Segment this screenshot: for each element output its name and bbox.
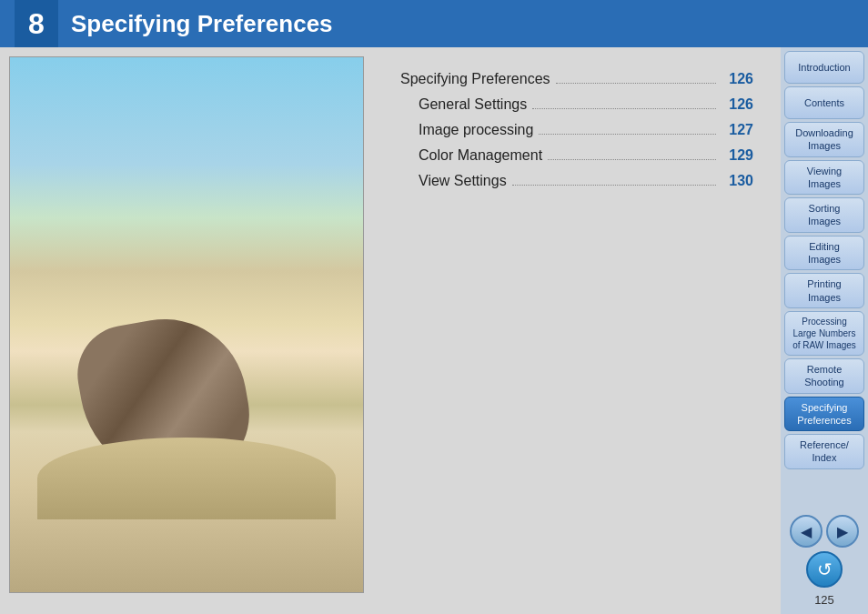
sidebar-btn-introduction[interactable]: Introduction bbox=[784, 51, 864, 84]
toc-page-2: 127 bbox=[729, 122, 753, 138]
toc-row-3: Color Management 129 bbox=[400, 142, 753, 167]
sidebar-btn-downloading-images[interactable]: DownloadingImages bbox=[784, 122, 864, 157]
sidebar-bottom: ◀ ▶ ↺ 125 bbox=[790, 511, 859, 610]
chapter-image bbox=[9, 56, 364, 593]
content-area: Specifying Preferences 126 General Setti… bbox=[0, 47, 781, 614]
sidebar-btn-viewing-images[interactable]: ViewingImages bbox=[784, 160, 864, 196]
toc-page-1: 126 bbox=[729, 96, 753, 113]
desert-photo bbox=[10, 57, 363, 592]
toc-title-4: View Settings bbox=[419, 173, 507, 189]
toc-dots-1 bbox=[532, 95, 716, 109]
next-button[interactable]: ▶ bbox=[826, 515, 859, 548]
sidebar-btn-remote-shooting[interactable]: RemoteShooting bbox=[784, 358, 864, 394]
main-layout: Specifying Preferences 126 General Setti… bbox=[0, 47, 868, 614]
home-button[interactable]: ↺ bbox=[806, 551, 843, 588]
sidebar-btn-contents[interactable]: Contents bbox=[784, 86, 864, 119]
chapter-number: 8 bbox=[15, 0, 58, 47]
toc-dots-3 bbox=[548, 146, 716, 160]
page-number: 125 bbox=[814, 593, 834, 607]
toc-title-3: Color Management bbox=[419, 147, 542, 164]
toc-page-3: 129 bbox=[729, 147, 753, 164]
toc-dots-0 bbox=[556, 69, 717, 84]
page-header: 8 Specifying Preferences bbox=[0, 0, 868, 47]
sidebar-btn-printing-images[interactable]: PrintingImages bbox=[784, 273, 864, 308]
toc-title-2: Image processing bbox=[419, 122, 533, 138]
sidebar-btn-editing-images[interactable]: EditingImages bbox=[784, 236, 864, 271]
sidebar-btn-reference-index[interactable]: Reference/Index bbox=[784, 434, 864, 469]
chapter-title: Specifying Preferences bbox=[71, 10, 333, 38]
toc-page-4: 130 bbox=[729, 173, 753, 189]
toc-row-1: General Settings 126 bbox=[400, 91, 753, 116]
toc-dots-2 bbox=[539, 120, 716, 135]
sidebar-btn-specifying-preferences[interactable]: SpecifyingPreferences bbox=[784, 397, 864, 432]
sidebar: Introduction Contents DownloadingImages … bbox=[781, 47, 868, 614]
prev-button[interactable]: ◀ bbox=[790, 515, 823, 548]
toc-list: Specifying Preferences 126 General Setti… bbox=[400, 65, 753, 193]
toc-row-2: Image processing 127 bbox=[400, 116, 753, 142]
toc-dots-4 bbox=[512, 171, 717, 186]
toc-title-1: General Settings bbox=[419, 96, 527, 113]
toc-page-0: 126 bbox=[729, 71, 753, 87]
toc-row-0: Specifying Preferences 126 bbox=[400, 65, 753, 91]
sidebar-btn-sorting-images[interactable]: SortingImages bbox=[784, 197, 864, 233]
toc-title-0: Specifying Preferences bbox=[400, 71, 550, 87]
sidebar-btn-processing-raw[interactable]: ProcessingLarge Numbersof RAW Images bbox=[784, 311, 864, 356]
table-of-contents: Specifying Preferences 126 General Setti… bbox=[382, 56, 772, 605]
nav-buttons: ◀ ▶ bbox=[790, 515, 859, 548]
toc-row-4: View Settings 130 bbox=[400, 167, 753, 193]
